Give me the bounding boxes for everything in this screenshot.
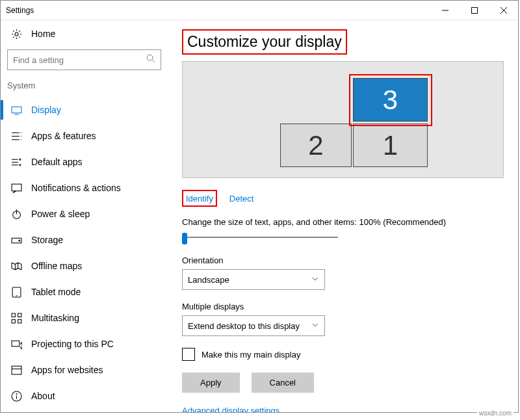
- gear-icon: [11, 29, 22, 40]
- multiple-displays-value: Extend desktop to this display: [188, 321, 300, 331]
- search-input[interactable]: [13, 55, 146, 65]
- search-box[interactable]: [7, 49, 161, 70]
- svg-rect-31: [12, 319, 15, 322]
- main-panel: Customize your display 2 1 3 Identify De…: [168, 20, 518, 412]
- sidebar-item-apps-websites[interactable]: Apps for websites: [1, 357, 168, 383]
- sidebar-item-offline-maps[interactable]: Offline maps: [1, 253, 168, 279]
- sidebar-item-label: Storage: [31, 235, 63, 245]
- chevron-down-icon: [311, 321, 319, 331]
- detect-link[interactable]: Detect: [229, 194, 254, 203]
- storage-icon: [11, 235, 22, 246]
- identify-highlight: Identify: [182, 190, 217, 207]
- sidebar-item-power-sleep[interactable]: Power & sleep: [1, 201, 168, 227]
- sidebar-item-storage[interactable]: Storage: [1, 227, 168, 253]
- display-arrangement[interactable]: 2 1 3: [182, 61, 504, 178]
- svg-line-6: [152, 60, 155, 62]
- sidebar-item-label: Display: [31, 105, 61, 115]
- svg-point-18: [20, 159, 21, 160]
- svg-point-19: [20, 164, 21, 165]
- sidebar-item-label: Projecting to this PC: [31, 339, 114, 349]
- sidebar-item-default-apps[interactable]: Default apps: [1, 149, 168, 175]
- sidebar: Home System Display Apps & features Def: [1, 20, 168, 412]
- home-label: Home: [31, 29, 55, 39]
- title-highlight: Customize your display: [182, 29, 347, 55]
- multitasking-icon: [11, 313, 22, 324]
- svg-point-24: [19, 239, 20, 241]
- svg-rect-7: [12, 107, 21, 113]
- monitor-1[interactable]: 1: [353, 124, 428, 167]
- sidebar-item-label: Apps & features: [31, 131, 96, 141]
- sidebar-item-multitasking[interactable]: Multitasking: [1, 305, 168, 331]
- main-display-checkbox-label: Make this my main display: [202, 350, 300, 360]
- cancel-button[interactable]: Cancel: [252, 373, 314, 393]
- svg-rect-30: [18, 313, 21, 317]
- minimize-button[interactable]: [430, 1, 460, 20]
- multiple-displays-dropdown[interactable]: Extend desktop to this display: [182, 315, 325, 336]
- window-controls: [430, 1, 518, 20]
- sidebar-item-label: Power & sleep: [31, 209, 90, 219]
- category-label: System: [1, 77, 168, 97]
- sidebar-item-projecting[interactable]: Projecting to this PC: [1, 331, 168, 357]
- settings-window: Settings Home System Display: [0, 0, 519, 413]
- svg-rect-34: [12, 366, 21, 374]
- monitor-highlight: [349, 74, 432, 126]
- button-row: Apply Cancel: [182, 373, 504, 393]
- nav-list: Display Apps & features Default apps Not…: [1, 97, 168, 409]
- svg-rect-32: [18, 319, 21, 322]
- apply-button[interactable]: Apply: [182, 373, 240, 393]
- sidebar-item-tablet-mode[interactable]: Tablet mode: [1, 279, 168, 305]
- about-icon: [11, 391, 22, 402]
- slider-track-line: [182, 237, 338, 238]
- svg-rect-29: [12, 313, 15, 317]
- titlebar: Settings: [1, 1, 518, 20]
- svg-point-5: [147, 55, 153, 60]
- monitor-2[interactable]: 2: [280, 124, 352, 167]
- main-display-checkbox[interactable]: [182, 348, 195, 361]
- sidebar-item-label: Tablet mode: [31, 287, 81, 297]
- content-area: Home System Display Apps & features Def: [1, 20, 518, 412]
- main-display-checkbox-row[interactable]: Make this my main display: [182, 348, 504, 361]
- default-apps-icon: [11, 157, 22, 168]
- maximize-button[interactable]: [460, 1, 489, 20]
- sidebar-item-label: Notifications & actions: [31, 183, 121, 193]
- sidebar-item-label: Multitasking: [31, 313, 79, 323]
- svg-rect-33: [12, 341, 20, 347]
- advanced-display-settings-link[interactable]: Advanced display settings: [182, 406, 504, 412]
- orientation-dropdown[interactable]: Landscape: [182, 269, 325, 290]
- home-button[interactable]: Home: [1, 20, 168, 47]
- maps-icon: [11, 261, 22, 272]
- display-icon: [11, 105, 22, 116]
- apps-websites-icon: [11, 365, 22, 376]
- svg-rect-1: [471, 7, 477, 13]
- close-button[interactable]: [489, 1, 518, 20]
- identify-link[interactable]: Identify: [186, 194, 213, 203]
- scale-slider[interactable]: [182, 231, 338, 244]
- slider-thumb[interactable]: [182, 233, 187, 244]
- multiple-displays-label: Multiple displays: [182, 302, 504, 311]
- sidebar-item-label: Offline maps: [31, 261, 82, 271]
- chevron-down-icon: [311, 275, 319, 285]
- notifications-icon: [11, 183, 22, 194]
- scale-setting: Change the size of text, apps, and other…: [182, 217, 504, 244]
- scale-label: Change the size of text, apps, and other…: [182, 217, 504, 227]
- orientation-label: Orientation: [182, 256, 504, 265]
- sidebar-item-notifications[interactable]: Notifications & actions: [1, 175, 168, 201]
- sidebar-item-display[interactable]: Display: [1, 97, 168, 123]
- tablet-icon: [11, 287, 22, 298]
- svg-point-38: [16, 393, 17, 394]
- svg-point-4: [15, 33, 18, 36]
- watermark: wsxdn.com: [477, 409, 514, 417]
- identify-detect-row: Identify Detect: [182, 190, 504, 207]
- sidebar-item-about[interactable]: About: [1, 383, 168, 409]
- svg-rect-20: [12, 184, 21, 191]
- apps-icon: [11, 131, 22, 142]
- search-icon: [146, 54, 155, 66]
- orientation-value: Landscape: [188, 275, 229, 285]
- projecting-icon: [11, 339, 22, 350]
- page-title: Customize your display: [183, 31, 346, 53]
- sidebar-item-apps-features[interactable]: Apps & features: [1, 123, 168, 149]
- window-title: Settings: [6, 6, 34, 15]
- sidebar-item-label: Default apps: [31, 157, 83, 167]
- power-icon: [11, 209, 22, 220]
- sidebar-item-label: About: [31, 391, 55, 401]
